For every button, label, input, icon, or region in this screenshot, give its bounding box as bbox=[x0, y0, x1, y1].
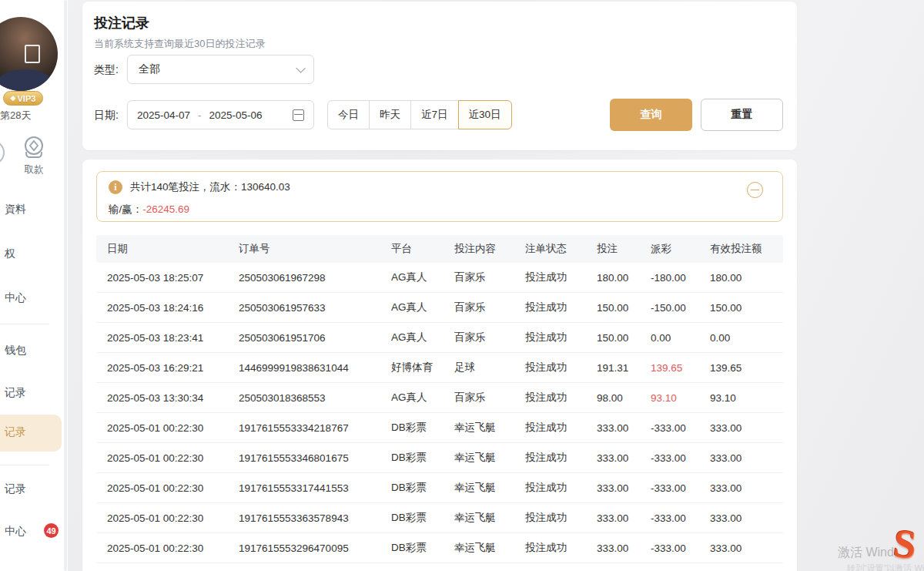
sidebar-item-authorization[interactable]: 权 bbox=[5, 247, 15, 261]
cell-date: 2025-05-03 18:23:41 bbox=[107, 332, 239, 344]
table-row[interactable]: 2025-05-03 18:23:41 250503061951706 AG真人… bbox=[96, 323, 783, 353]
cell-platform: AG真人 bbox=[391, 301, 454, 314]
date-label: 日期: bbox=[94, 109, 119, 123]
member-days-text: 第28天 bbox=[0, 109, 31, 123]
reset-button[interactable]: 重置 bbox=[701, 99, 783, 131]
table-row[interactable]: 2025-05-01 00:22:30 1917615553363578943 … bbox=[96, 503, 783, 533]
table-row[interactable]: 2025-05-01 00:22:30 1917615553317441553 … bbox=[96, 473, 783, 503]
cell-bet-content: 足球 bbox=[454, 361, 525, 375]
quick-today-button[interactable]: 今日 bbox=[327, 100, 370, 129]
cell-valid-bet: 180.00 bbox=[710, 272, 783, 284]
quick-yesterday-button[interactable]: 昨天 bbox=[369, 100, 411, 129]
activate-windows-watermark: 激活 Wind bbox=[838, 545, 894, 561]
betting-records-page: ◆ VIP3 第28天 取款 資料 权 中心 钱包 记录 记录 记录 中心 49… bbox=[0, 0, 924, 571]
summary-winloss: 输/赢：-26245.69 bbox=[109, 203, 189, 217]
col-valid-bet: 有效投注额 bbox=[710, 242, 783, 256]
collapse-summary-button[interactable] bbox=[747, 182, 763, 198]
cell-order-id: 250503061951706 bbox=[239, 332, 391, 344]
avatar-shirt bbox=[0, 69, 52, 91]
cell-bet-status: 投注成功 bbox=[525, 421, 597, 435]
avatar-frame-icon bbox=[25, 45, 40, 63]
table-row[interactable]: 2025-05-03 18:25:07 250503061967298 AG真人… bbox=[96, 263, 783, 293]
records-card: i 共计140笔投注，流水：130640.03 输/赢：-26245.69 日期… bbox=[82, 160, 797, 571]
cell-bet-status: 投注成功 bbox=[525, 481, 597, 495]
info-icon: i bbox=[109, 180, 122, 194]
sidebar-item-transaction-records[interactable]: 记录 bbox=[5, 482, 26, 496]
table-row[interactable]: 2025-05-01 00:22:30 1917615553334218767 … bbox=[96, 413, 783, 443]
cell-bet-amount: 333.00 bbox=[597, 542, 651, 554]
quick-30days-button[interactable]: 近30日 bbox=[458, 100, 512, 129]
withdraw-label: 取款 bbox=[17, 163, 51, 176]
cell-platform: 好博体育 bbox=[391, 361, 454, 375]
cell-date: 2025-05-01 00:22:30 bbox=[107, 482, 239, 494]
cell-payout: -150.00 bbox=[651, 302, 710, 314]
cell-date: 2025-05-03 18:25:07 bbox=[107, 272, 239, 284]
page-title: 投注记录 bbox=[94, 14, 149, 32]
cell-bet-amount: 333.00 bbox=[597, 422, 651, 434]
cell-date: 2025-05-03 18:24:16 bbox=[107, 302, 239, 314]
col-platform: 平台 bbox=[391, 242, 454, 256]
deposit-icon[interactable] bbox=[0, 140, 5, 165]
cell-payout: -333.00 bbox=[651, 512, 710, 524]
table-row[interactable]: 2025-05-03 13:30:34 250503018368553 AG真人… bbox=[96, 383, 783, 413]
sidebar-scrollbar[interactable] bbox=[64, 0, 67, 571]
cell-valid-bet: 93.10 bbox=[710, 392, 783, 404]
date-range-input[interactable]: 2025-04-07 - 2025-05-06 bbox=[127, 100, 314, 129]
date-separator: - bbox=[198, 109, 201, 121]
table-row[interactable]: 2025-05-01 00:22:30 1917615553296470095 … bbox=[96, 533, 783, 563]
cell-bet-status: 投注成功 bbox=[525, 511, 597, 525]
type-label: 类型: bbox=[94, 63, 119, 77]
sidebar-item-betting-records[interactable]: 记录 bbox=[5, 425, 26, 439]
query-button[interactable]: 查询 bbox=[610, 99, 692, 131]
cell-payout: -333.00 bbox=[651, 452, 710, 464]
cell-bet-amount: 150.00 bbox=[597, 302, 651, 314]
withdraw-shortcut[interactable]: 取款 bbox=[17, 134, 51, 176]
cell-order-id: 1446999919838631044 bbox=[239, 362, 391, 374]
table-header-row: 日期 订单号 平台 投注内容 注单状态 投注 派彩 有效投注额 bbox=[96, 235, 783, 263]
cell-platform: DB彩票 bbox=[391, 421, 454, 435]
cell-bet-status: 投注成功 bbox=[525, 331, 597, 344]
cell-valid-bet: 139.65 bbox=[710, 362, 783, 374]
cell-platform: DB彩票 bbox=[391, 541, 454, 555]
cell-valid-bet: 0.00 bbox=[710, 332, 783, 344]
cell-order-id: 1917615553334218767 bbox=[239, 422, 391, 434]
sidebar-item-message-center[interactable]: 中心 bbox=[5, 525, 26, 539]
sidebar-item-deposit-records[interactable]: 记录 bbox=[5, 386, 26, 400]
cell-valid-bet: 333.00 bbox=[710, 482, 783, 494]
cell-order-id: 1917615553296470095 bbox=[239, 542, 391, 554]
cell-bet-amount: 333.00 bbox=[597, 512, 651, 524]
cell-bet-status: 投注成功 bbox=[525, 301, 597, 314]
chevron-down-icon bbox=[296, 63, 306, 73]
sidebar-item-wallet[interactable]: 钱包 bbox=[5, 344, 26, 358]
sidebar-divider bbox=[0, 324, 49, 324]
cell-order-id: 250503018368553 bbox=[239, 392, 391, 404]
cell-bet-content: 幸运飞艇 bbox=[454, 511, 525, 525]
withdraw-icon bbox=[20, 134, 48, 162]
cell-bet-content: 幸运飞艇 bbox=[454, 481, 525, 495]
sidebar-item-center[interactable]: 中心 bbox=[5, 291, 26, 305]
cell-payout: -333.00 bbox=[651, 542, 710, 554]
cell-order-id: 1917615553363578943 bbox=[239, 512, 391, 524]
table-row[interactable]: 2025-05-03 16:29:21 1446999919838631044 … bbox=[96, 353, 783, 383]
filter-card: 投注记录 当前系统支持查询最近30日的投注记录 类型: 全部 日期: 2025-… bbox=[82, 2, 797, 150]
cell-order-id: 250503061957633 bbox=[239, 302, 391, 314]
cell-date: 2025-05-03 13:30:34 bbox=[107, 392, 239, 404]
cell-bet-content: 幸运飞艇 bbox=[454, 421, 525, 435]
betting-table: 日期 订单号 平台 投注内容 注单状态 投注 派彩 有效投注额 2025-05-… bbox=[96, 235, 783, 563]
table-row[interactable]: 2025-05-01 00:22:30 1917615553346801675 … bbox=[96, 443, 783, 473]
cell-bet-content: 幸运飞艇 bbox=[454, 541, 525, 555]
service-logo-icon[interactable]: S bbox=[891, 520, 924, 571]
cell-date: 2025-05-01 00:22:30 bbox=[107, 512, 239, 524]
sidebar-item-profile[interactable]: 資料 bbox=[5, 203, 26, 217]
vip-badge: ◆ VIP3 bbox=[3, 91, 43, 106]
avatar[interactable] bbox=[0, 17, 58, 91]
date-start-value: 2025-04-07 bbox=[137, 109, 190, 121]
cell-bet-amount: 333.00 bbox=[597, 482, 651, 494]
summary-banner: i 共计140笔投注，流水：130640.03 输/赢：-26245.69 bbox=[96, 171, 783, 222]
cell-platform: DB彩票 bbox=[391, 451, 454, 465]
cell-bet-status: 投注成功 bbox=[525, 361, 597, 375]
quick-7days-button[interactable]: 近7日 bbox=[410, 100, 459, 129]
table-row[interactable]: 2025-05-03 18:24:16 250503061957633 AG真人… bbox=[96, 293, 783, 323]
summary-total-text: 共计140笔投注，流水：130640.03 bbox=[130, 180, 290, 194]
type-select[interactable]: 全部 bbox=[127, 55, 314, 84]
